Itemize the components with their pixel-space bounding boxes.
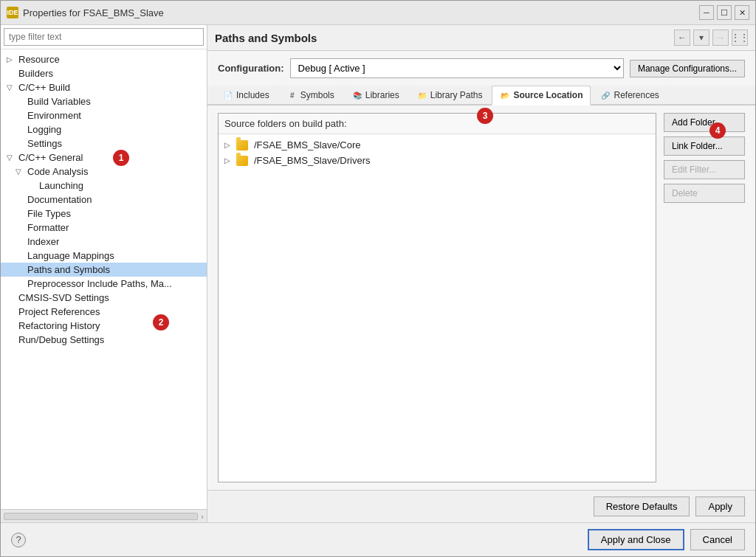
sidebar-item-documentation[interactable]: Documentation — [1, 193, 207, 207]
sidebar-item-label: Launching — [39, 180, 83, 191]
sidebar-item-label: Project References — [18, 306, 100, 317]
source-panel: Source folders on build path: ▷ /FSAE_BM… — [218, 113, 656, 482]
apply-and-close-button[interactable]: Apply and Close — [588, 529, 684, 550]
back-button[interactable]: ← — [674, 30, 690, 46]
dialog: 1 2 3 4 IDE Properties for FSAE_BMS_Slav… — [0, 0, 756, 557]
source-panel-header: Source folders on build path: — [219, 114, 656, 134]
sidebar-item-refactoring-history[interactable]: Refactoring History — [1, 319, 207, 333]
sidebar-item-file-types[interactable]: File Types — [1, 207, 207, 221]
apply-button[interactable]: Apply — [695, 497, 745, 516]
sidebar-item-build-variables[interactable]: Build Variables — [1, 94, 207, 108]
config-select[interactable]: Debug [ Active ] — [290, 58, 624, 78]
tab-references[interactable]: 🔗 References — [592, 86, 667, 104]
content-area: Source folders on build path: ▷ /FSAE_BM… — [207, 105, 755, 490]
add-folder-button[interactable]: Add Folder... — [664, 113, 745, 132]
tab-library-paths[interactable]: 📁 Library Paths — [409, 86, 491, 104]
final-buttons: Apply and Close Cancel — [588, 529, 745, 550]
restore-button[interactable]: ☐ — [717, 5, 732, 20]
sidebar-item-label: Run/Debug Settings — [18, 334, 104, 345]
tab-references-label: References — [614, 90, 659, 100]
sidebar-item-project-references[interactable]: Project References — [1, 305, 207, 319]
search-input[interactable] — [4, 28, 204, 46]
sidebar-item-resource[interactable]: ▷ Resource — [1, 52, 207, 66]
sidebar-item-label: Logging — [27, 124, 61, 135]
folder-icon — [236, 156, 248, 166]
sidebar-item-formatter[interactable]: Formatter — [1, 221, 207, 235]
page-title: Paths and Symbols — [215, 32, 317, 44]
scrollbar-thumb — [4, 513, 198, 520]
manage-configurations-button[interactable]: Manage Configurations... — [630, 60, 745, 77]
sidebar-item-paths-and-symbols[interactable]: Paths and Symbols — [1, 263, 207, 277]
sidebar-item-builders[interactable]: Builders — [1, 66, 207, 80]
sidebar-item-environment[interactable]: Environment — [1, 108, 207, 122]
sidebar-item-label: C/C++ Build — [18, 82, 70, 93]
sidebar-item-code-analysis[interactable]: ▽ Code Analysis — [1, 165, 207, 179]
horizontal-scrollbar[interactable]: › — [1, 509, 207, 522]
tab-includes-label: Includes — [236, 90, 269, 100]
edit-filter-button[interactable]: Edit Filter... — [664, 160, 745, 179]
forward-button[interactable]: → — [712, 30, 729, 46]
source-tree-item-core[interactable]: ▷ /FSAE_BMS_Slave/Core — [219, 137, 656, 153]
tab-includes[interactable]: 📄 Includes — [215, 86, 278, 104]
expand-icon: ▽ — [7, 153, 16, 162]
tab-symbols[interactable]: # Symbols — [279, 86, 343, 104]
restore-defaults-button[interactable]: Restore Defaults — [594, 497, 690, 516]
sidebar-item-indexer[interactable]: Indexer — [1, 235, 207, 249]
more-button[interactable]: ⋮⋮ — [732, 30, 748, 46]
right-header: Paths and Symbols ← ▾ → ⋮⋮ — [207, 25, 755, 51]
sidebar-item-label: Builders — [18, 68, 53, 79]
right-toolbar: ← ▾ → ⋮⋮ — [674, 30, 748, 46]
sidebar-item-cpp-general[interactable]: ▽ C/C++ General — [1, 151, 207, 165]
help-button[interactable]: ? — [11, 533, 26, 547]
delete-button[interactable]: Delete — [664, 184, 745, 203]
sidebar-item-language-mappings[interactable]: Language Mappings — [1, 249, 207, 263]
left-panel: ▷ Resource Builders ▽ C/C++ Build Build … — [1, 25, 207, 522]
tab-source-location[interactable]: 📂 Source Location — [492, 86, 591, 105]
minimize-button[interactable]: ─ — [699, 5, 714, 20]
config-label: Configuration: — [218, 63, 284, 74]
sidebar-item-label: Build Variables — [27, 96, 91, 107]
tab-libraries-label: Libraries — [365, 90, 399, 100]
cancel-button[interactable]: Cancel — [690, 529, 745, 550]
close-button[interactable]: ✕ — [735, 5, 749, 20]
folder-icon — [236, 140, 248, 151]
library-paths-tab-icon: 📁 — [417, 90, 427, 100]
tree-expand-icon: ▷ — [224, 141, 233, 149]
sidebar-item-logging[interactable]: Logging — [1, 122, 207, 136]
right-panel: Paths and Symbols ← ▾ → ⋮⋮ Configuration… — [207, 25, 755, 522]
source-tree: ▷ /FSAE_BMS_Slave/Core ▷ /FSAE_BMS_Slave… — [219, 134, 656, 482]
libraries-tab-icon: 📚 — [352, 90, 362, 100]
bottom-bar: Restore Defaults Apply — [207, 490, 755, 522]
config-row: Configuration: Debug [ Active ] Manage C… — [207, 51, 755, 86]
includes-tab-icon: 📄 — [223, 90, 233, 100]
action-buttons: Add Folder... Link Folder... Edit Filter… — [664, 113, 745, 482]
expand-icon: ▷ — [7, 55, 16, 63]
sidebar-item-label: CMSIS-SVD Settings — [18, 292, 109, 303]
sidebar-item-cpp-build[interactable]: ▽ C/C++ Build — [1, 80, 207, 94]
sidebar-item-preprocessor-include[interactable]: Preprocessor Include Paths, Ma... — [1, 277, 207, 291]
tree-area: ▷ Resource Builders ▽ C/C++ Build Build … — [1, 49, 207, 509]
expand-icon: ▽ — [7, 83, 16, 91]
sidebar-item-settings[interactable]: Settings — [1, 136, 207, 151]
source-item-label: /FSAE_BMS_Slave/Core — [254, 139, 361, 151]
sidebar-item-launching[interactable]: Launching — [1, 179, 207, 193]
tab-libraries[interactable]: 📚 Libraries — [344, 86, 408, 104]
tabs-bar: 📄 Includes # Symbols 📚 Libraries 📁 Libra… — [207, 86, 755, 105]
symbols-tab-icon: # — [287, 90, 298, 100]
sidebar-item-cmsis-svd[interactable]: CMSIS-SVD Settings — [1, 291, 207, 305]
final-bottom: ? Apply and Close Cancel — [1, 522, 755, 556]
tab-library-paths-label: Library Paths — [430, 90, 483, 100]
sidebar-item-label: Settings — [27, 138, 62, 149]
filter-box — [1, 25, 207, 49]
sidebar-item-label: C/C++ General — [18, 152, 83, 163]
sidebar-item-run-debug[interactable]: Run/Debug Settings — [1, 333, 207, 347]
app-icon: IDE — [7, 7, 18, 18]
tree-expand-icon: ▷ — [224, 156, 233, 165]
link-folder-button[interactable]: Link Folder... — [664, 136, 745, 156]
sidebar-item-label: Documentation — [27, 194, 92, 205]
source-item-label: /FSAE_BMS_Slave/Drivers — [254, 155, 371, 166]
source-tree-item-drivers[interactable]: ▷ /FSAE_BMS_Slave/Drivers — [219, 153, 656, 168]
tab-source-location-label: Source Location — [513, 90, 583, 100]
sidebar-item-label: Preprocessor Include Paths, Ma... — [27, 278, 172, 289]
dropdown-button[interactable]: ▾ — [693, 30, 709, 46]
